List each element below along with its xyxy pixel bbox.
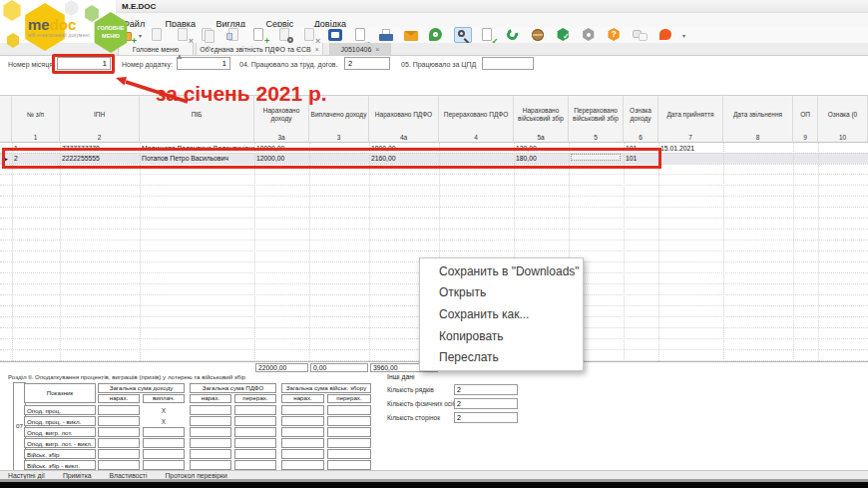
section2-cell[interactable] bbox=[190, 416, 231, 426]
section2-cell[interactable] bbox=[327, 405, 371, 415]
grid-empty-row[interactable] bbox=[0, 241, 868, 251]
section2-cell[interactable] bbox=[234, 416, 276, 426]
employed-labor-input[interactable] bbox=[344, 57, 390, 70]
section2-cell[interactable] bbox=[98, 438, 140, 448]
section2-cell[interactable] bbox=[143, 449, 185, 459]
export-document-icon[interactable] bbox=[352, 27, 370, 43]
section2-cell[interactable] bbox=[234, 427, 276, 437]
mail-icon[interactable] bbox=[403, 27, 421, 43]
settings-gear-icon[interactable] bbox=[581, 27, 599, 43]
close-icon[interactable]: × bbox=[375, 46, 379, 53]
new-document-icon[interactable] bbox=[149, 27, 167, 43]
section2-cell[interactable] bbox=[234, 438, 276, 448]
delete-document-icon[interactable] bbox=[175, 27, 193, 43]
context-menu: Сохранить в "Downloads" Открыть Сохранит… bbox=[419, 257, 584, 371]
column-number: 4а bbox=[369, 133, 439, 143]
section2-cell[interactable] bbox=[281, 405, 324, 415]
toolbar-more-icon[interactable]: ▾ bbox=[682, 27, 685, 39]
search-icon[interactable] bbox=[454, 27, 472, 43]
section2-cell[interactable] bbox=[327, 416, 371, 426]
rows-count-input[interactable] bbox=[454, 384, 518, 395]
section2-cell[interactable] bbox=[143, 438, 185, 448]
grid-empty-row[interactable] bbox=[0, 230, 868, 241]
section2-cell[interactable] bbox=[98, 460, 140, 470]
section2-cell[interactable] bbox=[281, 416, 324, 426]
menu-item-copy[interactable]: Копировать bbox=[420, 326, 583, 346]
grid-empty-row[interactable] bbox=[0, 208, 868, 219]
annotation-box-row bbox=[2, 148, 661, 169]
section2-row-label: Військ. збір - викл. bbox=[24, 460, 96, 470]
section2-cell[interactable] bbox=[327, 438, 371, 448]
remove-document-icon[interactable] bbox=[301, 27, 319, 43]
search-bubble-icon[interactable] bbox=[428, 27, 446, 43]
employed-civil-label: 05. Працювало за ЦПД bbox=[401, 61, 476, 68]
section2-cell[interactable] bbox=[190, 460, 231, 470]
persons-count-input[interactable] bbox=[454, 398, 518, 409]
column-header: Дата прийняття bbox=[658, 95, 723, 133]
open-folder-caret-icon[interactable]: ▾ bbox=[139, 27, 142, 39]
chat-icon[interactable] bbox=[632, 27, 650, 43]
section2-cell[interactable] bbox=[190, 449, 231, 459]
grid-empty-row[interactable] bbox=[0, 197, 868, 208]
column-header: ОП bbox=[793, 95, 818, 133]
tab-label: J0510406 bbox=[341, 46, 372, 53]
section2-cell[interactable] bbox=[234, 449, 276, 459]
section2-cell[interactable] bbox=[281, 427, 324, 437]
employed-civil-input[interactable] bbox=[482, 57, 534, 70]
grid-empty-row[interactable] bbox=[0, 175, 868, 186]
tab-properties[interactable]: Властивості bbox=[110, 472, 148, 479]
section2-cell[interactable] bbox=[327, 460, 371, 470]
pages-count-input[interactable] bbox=[454, 412, 518, 423]
menu-item-save-to-downloads[interactable]: Сохранить в "Downloads" bbox=[420, 261, 583, 281]
section2-cell[interactable] bbox=[190, 405, 231, 415]
section2-cell[interactable] bbox=[234, 405, 276, 415]
refresh-sync-icon[interactable] bbox=[505, 27, 523, 43]
section2-cell[interactable] bbox=[143, 427, 185, 437]
menu-item-forward[interactable]: Переслать bbox=[420, 347, 583, 367]
section2-cell[interactable] bbox=[281, 449, 324, 459]
preview-document-icon[interactable] bbox=[276, 27, 294, 43]
month-number-label: Номер місяця: bbox=[8, 61, 55, 68]
archive-book-icon[interactable] bbox=[327, 27, 345, 43]
main-menu-label: ГОЛОВНЕ bbox=[98, 25, 125, 32]
section2-cell[interactable] bbox=[98, 416, 140, 426]
globe-icon[interactable] bbox=[530, 27, 548, 43]
section2-cell[interactable] bbox=[98, 405, 140, 415]
tab-check-protocol[interactable]: Протокол перевірки bbox=[165, 472, 226, 479]
help-icon[interactable]: ? bbox=[607, 27, 625, 43]
print-icon[interactable] bbox=[378, 27, 396, 43]
section2-cell[interactable] bbox=[281, 460, 324, 470]
verify-document-icon[interactable] bbox=[479, 27, 497, 43]
menu-item-save-as[interactable]: Сохранить как... bbox=[420, 304, 583, 324]
pages-count-label: Кількість сторінок bbox=[387, 414, 440, 421]
grid-empty-row[interactable] bbox=[0, 186, 868, 197]
paste-document-icon[interactable] bbox=[225, 27, 243, 43]
section2-cell[interactable] bbox=[327, 449, 371, 459]
close-icon[interactable]: × bbox=[315, 46, 319, 53]
tab-j0510406[interactable]: J0510406 × bbox=[329, 43, 391, 56]
column-number: 10 bbox=[818, 133, 868, 143]
message-check-icon[interactable] bbox=[556, 27, 574, 43]
add-document-icon[interactable] bbox=[250, 27, 268, 43]
section2-cell[interactable] bbox=[190, 427, 231, 437]
copy-document-icon[interactable] bbox=[200, 27, 217, 43]
section2-cell[interactable] bbox=[98, 427, 140, 437]
tab-note[interactable]: Примітка bbox=[63, 472, 92, 479]
feedback-bubble-icon[interactable] bbox=[657, 27, 675, 43]
section2-cell[interactable] bbox=[190, 438, 231, 448]
collapse-triangle-icon[interactable]: ▲ bbox=[176, 53, 184, 61]
table-cell[interactable]: 15.01.2021 bbox=[658, 143, 723, 153]
section2-cell[interactable] bbox=[281, 438, 324, 448]
section2-cell[interactable] bbox=[327, 427, 371, 437]
menu-item-open[interactable]: Открыть bbox=[420, 282, 583, 302]
section2-cell[interactable] bbox=[143, 460, 185, 470]
section2-indicator-header: Показник bbox=[24, 383, 96, 403]
column-number: 3а bbox=[254, 133, 309, 143]
column-number: 8 bbox=[723, 133, 793, 143]
grid-empty-row[interactable] bbox=[0, 219, 868, 230]
section2-cell[interactable] bbox=[234, 460, 276, 470]
column-header: Нараховано ПДФО bbox=[369, 95, 439, 133]
tab-next-actions[interactable]: Наступні дії bbox=[8, 472, 45, 479]
tab-unified-report[interactable]: Об'єднана звітність ПДФО та ЄСВ × bbox=[196, 43, 323, 56]
section2-cell[interactable] bbox=[98, 449, 140, 459]
